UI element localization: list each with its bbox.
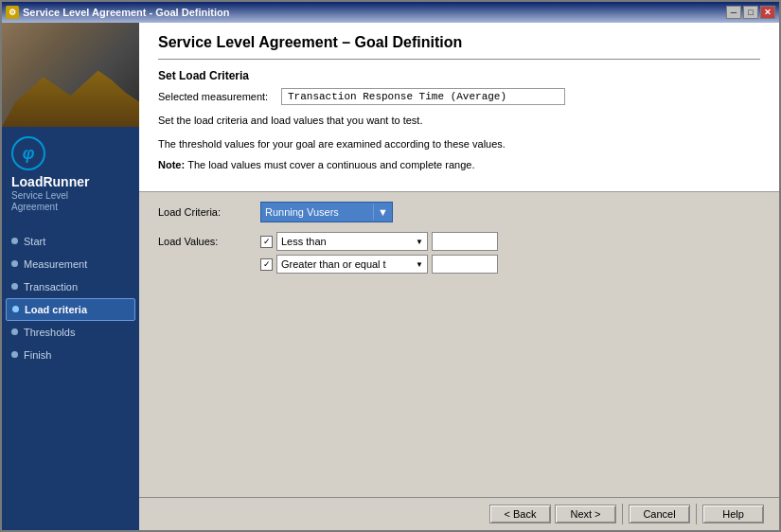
sidebar-item-transaction[interactable]: Transaction bbox=[2, 275, 139, 298]
load-criteria-selected: Running Vusers bbox=[265, 206, 339, 218]
nav-label-load-criteria: Load criteria bbox=[25, 304, 87, 315]
sidebar-banner bbox=[2, 23, 139, 127]
description-line2: The threshold values for your goal are e… bbox=[158, 136, 760, 152]
load-criteria-row: Load Criteria: Running Vusers ▼ bbox=[158, 202, 760, 222]
sidebar-item-finish[interactable]: Finish bbox=[2, 344, 139, 366]
measurement-label: Selected measurement: bbox=[158, 91, 281, 102]
app-subtitle-1: Service Level bbox=[11, 190, 68, 202]
nav-label-finish: Finish bbox=[24, 349, 51, 361]
note-text: Note: The load values must cover a conti… bbox=[158, 159, 760, 170]
load-value-input-1[interactable] bbox=[432, 255, 498, 274]
sidebar-item-start[interactable]: Start bbox=[2, 230, 139, 253]
minimize-button[interactable]: ─ bbox=[726, 6, 741, 19]
note-label: Note: bbox=[158, 159, 187, 170]
sidebar-logo-area: φ LoadRunner Service Level Agreement bbox=[2, 127, 139, 222]
note-content: The load values must cover a continuous … bbox=[187, 159, 474, 170]
load-value-checkbox-0[interactable]: ✓ bbox=[260, 236, 273, 248]
panel-body: Load Criteria: Running Vusers ▼ Load Val… bbox=[139, 192, 779, 497]
maximize-button[interactable]: □ bbox=[743, 6, 758, 19]
load-value-operator-0[interactable]: Less than ▼ bbox=[276, 232, 428, 251]
operator-arrow-0: ▼ bbox=[416, 238, 423, 246]
operator-label-1: Greater than or equal t bbox=[281, 258, 386, 270]
nav-dot-start bbox=[11, 238, 18, 244]
load-value-row-0: ✓ Less than ▼ bbox=[260, 232, 498, 251]
hp-logo: φ bbox=[11, 136, 45, 170]
nav-label-start: Start bbox=[24, 236, 45, 247]
panel-header: Service Level Agreement – Goal Definitio… bbox=[139, 23, 779, 192]
operator-arrow-1: ▼ bbox=[416, 260, 423, 269]
banner-image bbox=[2, 23, 139, 127]
load-criteria-label: Load Criteria: bbox=[158, 206, 253, 218]
main-window: ⚙ Service Level Agreement - Goal Definit… bbox=[0, 0, 781, 532]
load-value-operator-1[interactable]: Greater than or equal t ▼ bbox=[276, 255, 428, 274]
footer-separator-2 bbox=[696, 504, 697, 524]
footer: < Back Next > Cancel Help bbox=[139, 497, 779, 530]
load-value-checkbox-1[interactable]: ✓ bbox=[260, 258, 273, 271]
back-button[interactable]: < Back bbox=[489, 505, 551, 523]
load-value-rows: ✓ Less than ▼ ✓ Greater than or equal bbox=[260, 232, 498, 274]
next-button[interactable]: Next > bbox=[555, 505, 616, 523]
window-title: Service Level Agreement - Goal Definitio… bbox=[23, 7, 229, 18]
nav-dot-measurement bbox=[11, 260, 18, 267]
measurement-value: Transaction Response Time (Average) bbox=[281, 88, 565, 105]
titlebar: ⚙ Service Level Agreement - Goal Definit… bbox=[2, 2, 779, 23]
app-icon: ⚙ bbox=[6, 6, 19, 19]
load-values-container: Load Values: ✓ Less than ▼ bbox=[158, 232, 760, 274]
sidebar: φ LoadRunner Service Level Agreement Sta… bbox=[2, 23, 139, 530]
nav-dot-transaction bbox=[11, 283, 18, 290]
nav-label-transaction: Transaction bbox=[24, 281, 78, 293]
nav-dot-thresholds bbox=[11, 328, 18, 335]
nav-dot-load-criteria bbox=[12, 306, 19, 312]
main-content: φ LoadRunner Service Level Agreement Sta… bbox=[2, 23, 779, 530]
titlebar-left: ⚙ Service Level Agreement - Goal Definit… bbox=[6, 6, 229, 19]
section-title: Set Load Criteria bbox=[158, 69, 760, 82]
right-panel: Service Level Agreement – Goal Definitio… bbox=[139, 23, 779, 530]
load-value-input-0[interactable] bbox=[432, 232, 498, 251]
operator-label-0: Less than bbox=[281, 236, 327, 247]
panel-title: Service Level Agreement – Goal Definitio… bbox=[158, 34, 760, 60]
sidebar-item-measurement[interactable]: Measurement bbox=[2, 253, 139, 275]
roller-coaster-graphic bbox=[2, 64, 139, 127]
close-button[interactable]: ✕ bbox=[760, 6, 775, 19]
nav-label-measurement: Measurement bbox=[24, 258, 87, 270]
app-subtitle-2: Agreement bbox=[11, 202, 58, 213]
load-criteria-arrow: ▼ bbox=[373, 204, 388, 220]
load-criteria-dropdown[interactable]: Running Vusers ▼ bbox=[260, 202, 393, 222]
footer-separator bbox=[622, 504, 623, 524]
load-value-row-1: ✓ Greater than or equal t ▼ bbox=[260, 255, 498, 274]
sidebar-item-thresholds[interactable]: Thresholds bbox=[2, 321, 139, 344]
description-line1: Set the load criteria and load values th… bbox=[158, 113, 760, 129]
load-values-label: Load Values: bbox=[158, 232, 253, 247]
nav-dot-finish bbox=[11, 351, 18, 358]
cancel-button[interactable]: Cancel bbox=[629, 505, 690, 523]
sidebar-nav: Start Measurement Transaction Load crite… bbox=[2, 222, 139, 374]
help-button[interactable]: Help bbox=[702, 505, 764, 523]
nav-label-thresholds: Thresholds bbox=[24, 327, 75, 338]
app-title: LoadRunner bbox=[11, 174, 89, 190]
titlebar-controls: ─ □ ✕ bbox=[726, 6, 775, 19]
measurement-row: Selected measurement: Transaction Respon… bbox=[158, 88, 760, 105]
sidebar-item-load-criteria[interactable]: Load criteria bbox=[6, 298, 135, 321]
